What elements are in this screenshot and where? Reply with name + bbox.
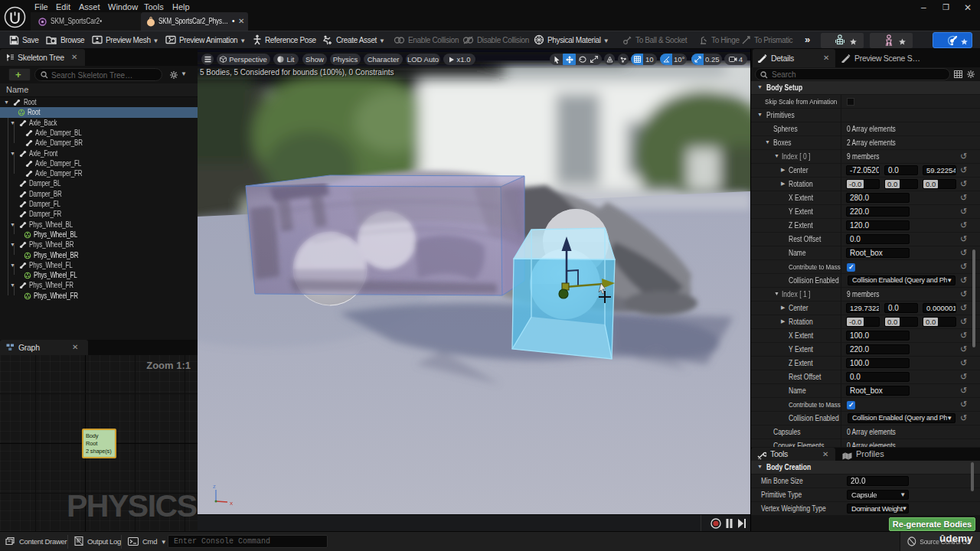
svg-text:z: z (213, 483, 216, 490)
svg-text:x: x (230, 500, 233, 507)
